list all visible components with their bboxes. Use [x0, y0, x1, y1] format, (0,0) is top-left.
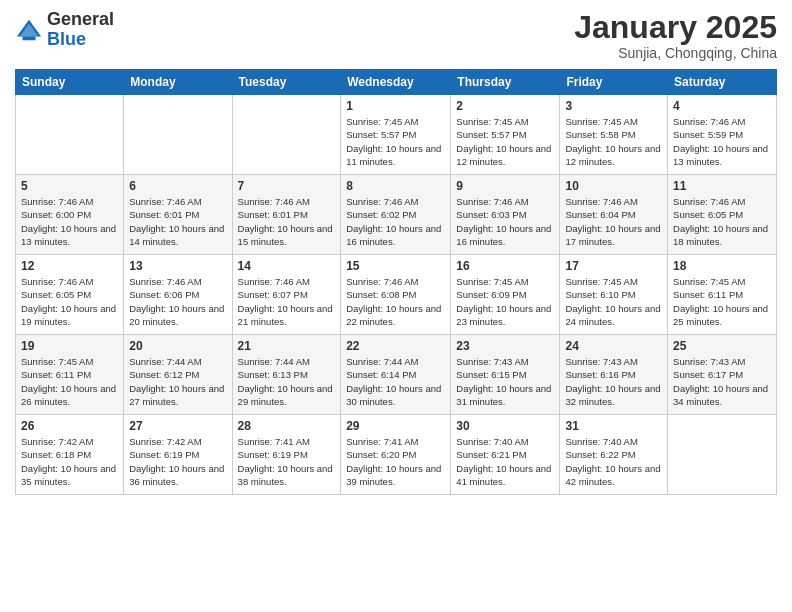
day-info: Sunrise: 7:44 AM Sunset: 6:14 PM Dayligh…	[346, 355, 445, 408]
day-number: 23	[456, 339, 554, 353]
day-number: 7	[238, 179, 336, 193]
table-row	[668, 415, 777, 495]
table-row	[232, 95, 341, 175]
title-section: January 2025 Sunjia, Chongqing, China	[574, 10, 777, 61]
table-row: 28Sunrise: 7:41 AM Sunset: 6:19 PM Dayli…	[232, 415, 341, 495]
table-row: 19Sunrise: 7:45 AM Sunset: 6:11 PM Dayli…	[16, 335, 124, 415]
table-row: 11Sunrise: 7:46 AM Sunset: 6:05 PM Dayli…	[668, 175, 777, 255]
table-row: 5Sunrise: 7:46 AM Sunset: 6:00 PM Daylig…	[16, 175, 124, 255]
table-row: 8Sunrise: 7:46 AM Sunset: 6:02 PM Daylig…	[341, 175, 451, 255]
day-number: 21	[238, 339, 336, 353]
table-row: 13Sunrise: 7:46 AM Sunset: 6:06 PM Dayli…	[124, 255, 232, 335]
header: General Blue January 2025 Sunjia, Chongq…	[15, 10, 777, 61]
day-info: Sunrise: 7:45 AM Sunset: 5:57 PM Dayligh…	[456, 115, 554, 168]
day-number: 15	[346, 259, 445, 273]
table-row: 30Sunrise: 7:40 AM Sunset: 6:21 PM Dayli…	[451, 415, 560, 495]
table-row: 10Sunrise: 7:46 AM Sunset: 6:04 PM Dayli…	[560, 175, 668, 255]
day-number: 10	[565, 179, 662, 193]
day-info: Sunrise: 7:46 AM Sunset: 6:01 PM Dayligh…	[129, 195, 226, 248]
table-row: 17Sunrise: 7:45 AM Sunset: 6:10 PM Dayli…	[560, 255, 668, 335]
table-row: 2Sunrise: 7:45 AM Sunset: 5:57 PM Daylig…	[451, 95, 560, 175]
table-row: 21Sunrise: 7:44 AM Sunset: 6:13 PM Dayli…	[232, 335, 341, 415]
table-row: 6Sunrise: 7:46 AM Sunset: 6:01 PM Daylig…	[124, 175, 232, 255]
day-number: 20	[129, 339, 226, 353]
day-number: 24	[565, 339, 662, 353]
table-row: 15Sunrise: 7:46 AM Sunset: 6:08 PM Dayli…	[341, 255, 451, 335]
week-row-0: 1Sunrise: 7:45 AM Sunset: 5:57 PM Daylig…	[16, 95, 777, 175]
day-info: Sunrise: 7:46 AM Sunset: 6:08 PM Dayligh…	[346, 275, 445, 328]
day-number: 29	[346, 419, 445, 433]
table-row: 1Sunrise: 7:45 AM Sunset: 5:57 PM Daylig…	[341, 95, 451, 175]
table-row: 18Sunrise: 7:45 AM Sunset: 6:11 PM Dayli…	[668, 255, 777, 335]
day-info: Sunrise: 7:46 AM Sunset: 5:59 PM Dayligh…	[673, 115, 771, 168]
col-sunday: Sunday	[16, 70, 124, 95]
day-number: 31	[565, 419, 662, 433]
day-number: 28	[238, 419, 336, 433]
col-tuesday: Tuesday	[232, 70, 341, 95]
col-friday: Friday	[560, 70, 668, 95]
table-row: 24Sunrise: 7:43 AM Sunset: 6:16 PM Dayli…	[560, 335, 668, 415]
day-info: Sunrise: 7:46 AM Sunset: 6:00 PM Dayligh…	[21, 195, 118, 248]
logo-general: General	[47, 9, 114, 29]
table-row: 23Sunrise: 7:43 AM Sunset: 6:15 PM Dayli…	[451, 335, 560, 415]
logo-blue: Blue	[47, 29, 86, 49]
week-row-4: 26Sunrise: 7:42 AM Sunset: 6:18 PM Dayli…	[16, 415, 777, 495]
table-row: 20Sunrise: 7:44 AM Sunset: 6:12 PM Dayli…	[124, 335, 232, 415]
day-number: 11	[673, 179, 771, 193]
day-number: 30	[456, 419, 554, 433]
day-info: Sunrise: 7:40 AM Sunset: 6:21 PM Dayligh…	[456, 435, 554, 488]
day-info: Sunrise: 7:41 AM Sunset: 6:19 PM Dayligh…	[238, 435, 336, 488]
day-info: Sunrise: 7:44 AM Sunset: 6:13 PM Dayligh…	[238, 355, 336, 408]
day-info: Sunrise: 7:44 AM Sunset: 6:12 PM Dayligh…	[129, 355, 226, 408]
page: General Blue January 2025 Sunjia, Chongq…	[0, 0, 792, 612]
day-info: Sunrise: 7:45 AM Sunset: 6:11 PM Dayligh…	[673, 275, 771, 328]
table-row: 14Sunrise: 7:46 AM Sunset: 6:07 PM Dayli…	[232, 255, 341, 335]
day-number: 5	[21, 179, 118, 193]
header-row: Sunday Monday Tuesday Wednesday Thursday…	[16, 70, 777, 95]
table-row: 3Sunrise: 7:45 AM Sunset: 5:58 PM Daylig…	[560, 95, 668, 175]
table-row: 27Sunrise: 7:42 AM Sunset: 6:19 PM Dayli…	[124, 415, 232, 495]
table-row	[16, 95, 124, 175]
day-number: 12	[21, 259, 118, 273]
table-row: 26Sunrise: 7:42 AM Sunset: 6:18 PM Dayli…	[16, 415, 124, 495]
day-number: 19	[21, 339, 118, 353]
day-info: Sunrise: 7:45 AM Sunset: 6:09 PM Dayligh…	[456, 275, 554, 328]
day-number: 22	[346, 339, 445, 353]
table-row: 22Sunrise: 7:44 AM Sunset: 6:14 PM Dayli…	[341, 335, 451, 415]
day-number: 25	[673, 339, 771, 353]
day-info: Sunrise: 7:43 AM Sunset: 6:17 PM Dayligh…	[673, 355, 771, 408]
logo: General Blue	[15, 10, 114, 50]
day-number: 18	[673, 259, 771, 273]
col-saturday: Saturday	[668, 70, 777, 95]
day-info: Sunrise: 7:42 AM Sunset: 6:18 PM Dayligh…	[21, 435, 118, 488]
table-row	[124, 95, 232, 175]
table-row: 29Sunrise: 7:41 AM Sunset: 6:20 PM Dayli…	[341, 415, 451, 495]
logo-icon	[15, 16, 43, 44]
day-info: Sunrise: 7:45 AM Sunset: 5:57 PM Dayligh…	[346, 115, 445, 168]
location-subtitle: Sunjia, Chongqing, China	[574, 45, 777, 61]
day-number: 8	[346, 179, 445, 193]
day-number: 16	[456, 259, 554, 273]
table-row: 7Sunrise: 7:46 AM Sunset: 6:01 PM Daylig…	[232, 175, 341, 255]
week-row-2: 12Sunrise: 7:46 AM Sunset: 6:05 PM Dayli…	[16, 255, 777, 335]
day-number: 9	[456, 179, 554, 193]
logo-text: General Blue	[47, 10, 114, 50]
day-info: Sunrise: 7:46 AM Sunset: 6:02 PM Dayligh…	[346, 195, 445, 248]
table-row: 4Sunrise: 7:46 AM Sunset: 5:59 PM Daylig…	[668, 95, 777, 175]
svg-rect-2	[22, 36, 35, 40]
table-row: 9Sunrise: 7:46 AM Sunset: 6:03 PM Daylig…	[451, 175, 560, 255]
table-row: 12Sunrise: 7:46 AM Sunset: 6:05 PM Dayli…	[16, 255, 124, 335]
day-info: Sunrise: 7:46 AM Sunset: 6:05 PM Dayligh…	[673, 195, 771, 248]
table-row: 16Sunrise: 7:45 AM Sunset: 6:09 PM Dayli…	[451, 255, 560, 335]
day-number: 1	[346, 99, 445, 113]
day-info: Sunrise: 7:45 AM Sunset: 5:58 PM Dayligh…	[565, 115, 662, 168]
day-info: Sunrise: 7:43 AM Sunset: 6:15 PM Dayligh…	[456, 355, 554, 408]
week-row-3: 19Sunrise: 7:45 AM Sunset: 6:11 PM Dayli…	[16, 335, 777, 415]
day-number: 6	[129, 179, 226, 193]
day-number: 3	[565, 99, 662, 113]
day-info: Sunrise: 7:46 AM Sunset: 6:07 PM Dayligh…	[238, 275, 336, 328]
table-row: 25Sunrise: 7:43 AM Sunset: 6:17 PM Dayli…	[668, 335, 777, 415]
day-info: Sunrise: 7:46 AM Sunset: 6:05 PM Dayligh…	[21, 275, 118, 328]
day-info: Sunrise: 7:46 AM Sunset: 6:06 PM Dayligh…	[129, 275, 226, 328]
day-number: 2	[456, 99, 554, 113]
